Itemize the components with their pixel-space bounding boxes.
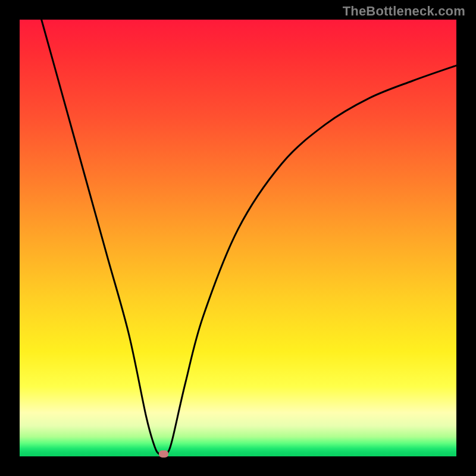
watermark-text: TheBottleneck.com: [343, 4, 465, 19]
curve-layer: [20, 20, 456, 456]
bottleneck-curve-path: [42, 20, 456, 456]
chart-frame: TheBottleneck.com: [0, 0, 476, 476]
plot-area: [20, 20, 456, 456]
optimal-point-marker: [159, 450, 168, 458]
